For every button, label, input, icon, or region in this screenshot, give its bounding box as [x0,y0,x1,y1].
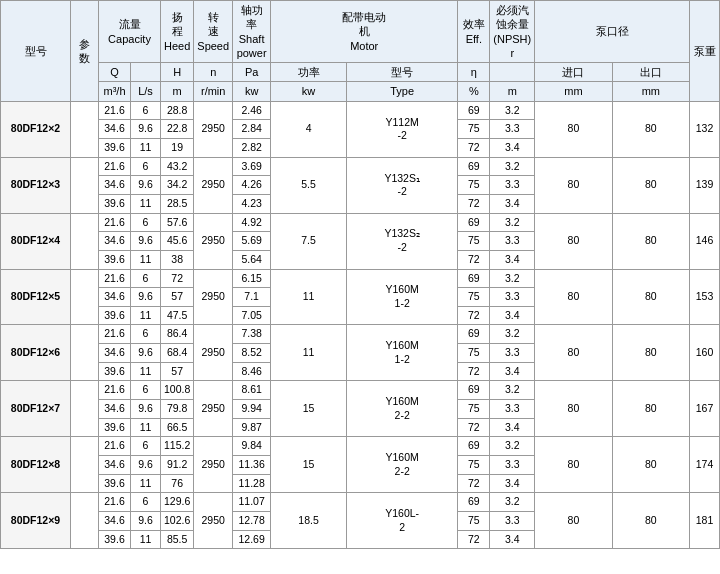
unit-npsh: m [490,82,535,101]
header-model: 型号 [1,1,71,102]
cell-h: 22.8 [161,120,194,139]
header-outlet: 出口 [612,63,689,82]
model-cell: 80DF12×6 [1,325,71,381]
unit-q2: L/s [131,82,161,101]
cell-eff: 75 [458,232,490,251]
cell-n: 2950 [194,157,233,213]
cell-n: 2950 [194,213,233,269]
model-cell: 80DF12×4 [1,213,71,269]
cell-weight: 139 [690,157,720,213]
cell-q1: 21.6 [99,101,131,120]
params-cell [71,157,99,213]
cell-pa: 11.07 [233,493,271,512]
cell-npsh: 3.4 [490,250,535,269]
cell-q2: 11 [131,474,161,493]
cell-motor-type: Y132S₁ -2 [347,157,458,213]
model-cell: 80DF12×5 [1,269,71,325]
cell-motor-type: Y132S₂ -2 [347,213,458,269]
params-cell [71,493,99,549]
cell-q1: 39.6 [99,362,131,381]
cell-q1: 21.6 [99,269,131,288]
cell-q2: 6 [131,101,161,120]
unit-h: m [161,82,194,101]
cell-pa: 5.69 [233,232,271,251]
cell-h: 57 [161,362,194,381]
cell-h: 68.4 [161,344,194,363]
header-head: 扬程Heed [161,1,194,63]
data-row: 80DF12×721.66100.829508.6115Y160M 2-2693… [1,381,720,400]
cell-eff: 69 [458,213,490,232]
cell-npsh: 3.4 [490,530,535,549]
data-row: 80DF12×921.66129.6295011.0718.5Y160L- 26… [1,493,720,512]
cell-npsh: 3.3 [490,400,535,419]
cell-eff: 75 [458,176,490,195]
header-eff: 效率Eff. [458,1,490,63]
cell-npsh: 3.2 [490,437,535,456]
header-Q2 [131,63,161,82]
cell-npsh: 3.3 [490,455,535,474]
cell-outlet: 80 [612,493,689,549]
header-row-3: Q H n Pa 功率 型号 η 进口 出口 [1,63,720,82]
cell-eff: 72 [458,250,490,269]
model-cell: 80DF12×3 [1,157,71,213]
cell-eff: 72 [458,418,490,437]
cell-inlet: 80 [535,437,612,493]
cell-pa: 7.38 [233,325,271,344]
params-cell [71,213,99,269]
cell-q2: 6 [131,381,161,400]
cell-npsh: 3.4 [490,418,535,437]
cell-q2: 11 [131,194,161,213]
cell-outlet: 80 [612,157,689,213]
unit-n: r/min [194,82,233,101]
cell-eff: 72 [458,530,490,549]
header-inlet: 进口 [535,63,612,82]
cell-q1: 39.6 [99,250,131,269]
params-cell [71,269,99,325]
cell-q1: 34.6 [99,288,131,307]
cell-motor-power: 5.5 [271,157,347,213]
cell-motor-power: 18.5 [271,493,347,549]
cell-npsh: 3.4 [490,194,535,213]
cell-pa: 8.61 [233,381,271,400]
model-cell: 80DF12×8 [1,437,71,493]
params-cell [71,437,99,493]
header-motor-type: 型号 [347,63,458,82]
cell-npsh: 3.2 [490,493,535,512]
cell-motor-type: Y112M -2 [347,101,458,157]
cell-q2: 11 [131,139,161,158]
cell-pa: 9.84 [233,437,271,456]
cell-pa: 7.1 [233,288,271,307]
cell-npsh: 3.3 [490,232,535,251]
cell-q2: 6 [131,325,161,344]
header-npsh: 必须汽蚀余量(NPSH)r [490,1,535,63]
cell-n: 2950 [194,101,233,157]
cell-eff: 69 [458,381,490,400]
header-flow: 流量Capacity [99,1,161,63]
header-pump-port: 泵口径 [535,1,690,63]
cell-q2: 6 [131,157,161,176]
main-table-container: 型号 参数 流量Capacity 扬程Heed 转速Speed 轴功率Shaft… [0,0,720,549]
cell-h: 47.5 [161,306,194,325]
cell-eff: 75 [458,400,490,419]
cell-motor-type: Y160M 2-2 [347,381,458,437]
data-row: 80DF12×321.6643.229503.695.5Y132S₁ -2693… [1,157,720,176]
cell-q1: 34.6 [99,511,131,530]
cell-pa: 4.23 [233,194,271,213]
cell-q2: 9.6 [131,176,161,195]
header-n: n [194,63,233,82]
cell-h: 85.5 [161,530,194,549]
cell-pa: 12.69 [233,530,271,549]
cell-q1: 34.6 [99,176,131,195]
cell-n: 2950 [194,437,233,493]
cell-q1: 34.6 [99,455,131,474]
cell-weight: 146 [690,213,720,269]
cell-npsh: 3.3 [490,120,535,139]
cell-weight: 153 [690,269,720,325]
cell-q2: 11 [131,306,161,325]
unit-motor-type: Type [347,82,458,101]
cell-pa: 8.52 [233,344,271,363]
cell-motor-power: 11 [271,269,347,325]
data-row: 80DF12×821.66115.229509.8415Y160M 2-2693… [1,437,720,456]
cell-inlet: 80 [535,381,612,437]
cell-eff: 72 [458,194,490,213]
